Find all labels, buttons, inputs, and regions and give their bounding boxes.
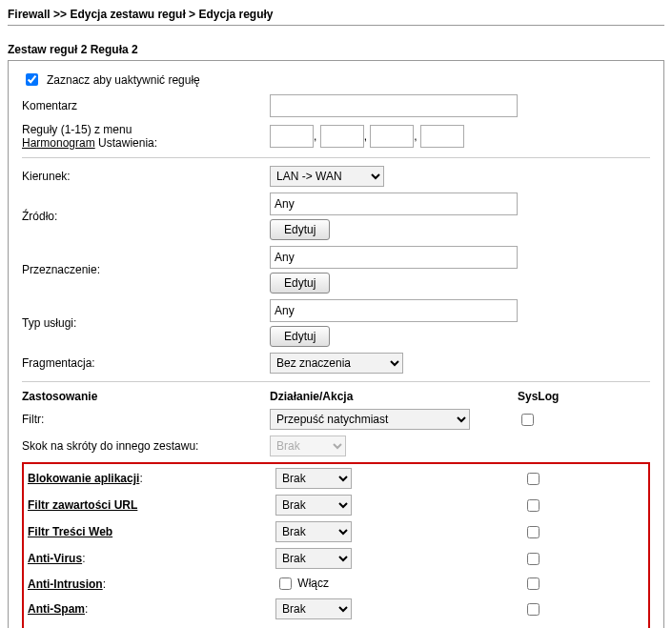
highlighted-section: Blokowanie aplikacji: Brak Filtr zawarto… <box>22 462 650 628</box>
direction-select[interactable]: LAN -> WAN <box>270 166 384 187</box>
web-filter-link[interactable]: Filtr Treści Web <box>28 525 112 538</box>
comment-label: Komentarz <box>22 99 270 112</box>
breadcrumb: Firewall >> Edycja zestawu reguł > Edycj… <box>8 8 664 21</box>
destination-edit-button[interactable]: Edytuj <box>270 273 330 294</box>
anti-intrusion-enable-checkbox[interactable] <box>279 577 292 590</box>
activate-label: Zaznacz aby uaktywnić regułę <box>47 73 200 87</box>
filter-label: Filtr: <box>22 413 270 426</box>
url-filter-link[interactable]: Filtr zawartości URL <box>28 498 137 512</box>
divider <box>22 157 650 158</box>
schedule-input-3[interactable] <box>370 125 414 148</box>
app-block-link[interactable]: Blokowanie aplikacji <box>28 472 139 485</box>
breadcrumb-part3: Edycja reguły <box>198 8 273 21</box>
colon: : <box>82 552 85 565</box>
anti-spam-link[interactable]: Anti-Spam <box>28 602 85 616</box>
destination-input[interactable] <box>270 246 518 269</box>
anti-spam-syslog-checkbox[interactable] <box>527 603 540 616</box>
section-title: Zestaw reguł 2 Reguła 2 <box>8 43 664 56</box>
source-label: Źródło: <box>22 210 270 223</box>
service-type-label: Typ usługi: <box>22 316 270 330</box>
antivirus-syslog-checkbox[interactable] <box>527 553 540 565</box>
app-block-select[interactable]: Brak <box>275 468 352 489</box>
schedule-input-1[interactable] <box>270 125 314 148</box>
antivirus-select[interactable]: Brak <box>275 548 352 569</box>
anti-spam-select[interactable]: Brak <box>275 598 352 619</box>
breadcrumb-part1: Firewall <box>8 8 51 21</box>
destination-label: Przeznaczenie: <box>22 263 270 276</box>
header-application: Zastosowanie <box>22 390 270 403</box>
divider <box>8 25 664 26</box>
web-filter-select[interactable]: Brak <box>275 521 352 542</box>
schedule-input-4[interactable] <box>420 125 464 148</box>
filter-select[interactable]: Przepuść natychmiast <box>270 409 470 430</box>
schedule-input-2[interactable] <box>320 125 364 148</box>
header-syslog: SysLog <box>518 390 650 403</box>
web-filter-syslog-checkbox[interactable] <box>527 526 540 538</box>
fragmentation-select[interactable]: Bez znaczenia <box>270 353 403 374</box>
colon: : <box>103 577 106 591</box>
colon: : <box>85 602 88 616</box>
schedule-rules-label: Reguły (1-15) z menu <box>22 123 132 136</box>
antivirus-link[interactable]: Anti-Virus <box>28 552 82 565</box>
schedule-settings-label: Ustawienia: <box>95 136 157 150</box>
service-type-edit-button[interactable]: Edytuj <box>270 326 330 347</box>
breadcrumb-sep: >> <box>51 8 71 21</box>
header-action: Działanie/Akcja <box>270 390 518 403</box>
breadcrumb-part2: Edycja zestawu reguł <box>70 8 185 21</box>
fragmentation-label: Fragmentacja: <box>22 356 270 370</box>
filter-syslog-checkbox[interactable] <box>521 414 534 426</box>
colon: : <box>139 472 142 485</box>
source-edit-button[interactable]: Edytuj <box>270 219 330 240</box>
activate-checkbox[interactable] <box>26 73 38 86</box>
service-type-input[interactable] <box>270 299 518 322</box>
anti-intrusion-link[interactable]: Anti-Intrusion <box>28 577 103 591</box>
anti-intrusion-enable-label: Włącz <box>297 577 329 590</box>
url-filter-syslog-checkbox[interactable] <box>527 499 540 512</box>
direction-label: Kierunek: <box>22 170 270 183</box>
url-filter-select[interactable]: Brak <box>275 495 352 516</box>
shortcut-select: Brak <box>270 436 346 456</box>
shortcut-label: Skok na skróty do innego zestawu: <box>22 439 270 453</box>
schedule-link[interactable]: Harmonogram <box>22 136 95 150</box>
divider <box>22 381 650 382</box>
source-input[interactable] <box>270 192 518 215</box>
breadcrumb-sep: > <box>186 8 199 21</box>
anti-intrusion-syslog-checkbox[interactable] <box>527 577 540 590</box>
comment-input[interactable] <box>270 94 518 117</box>
rule-panel: Zaznacz aby uaktywnić regułę Komentarz R… <box>8 60 664 628</box>
app-block-syslog-checkbox[interactable] <box>527 473 540 485</box>
